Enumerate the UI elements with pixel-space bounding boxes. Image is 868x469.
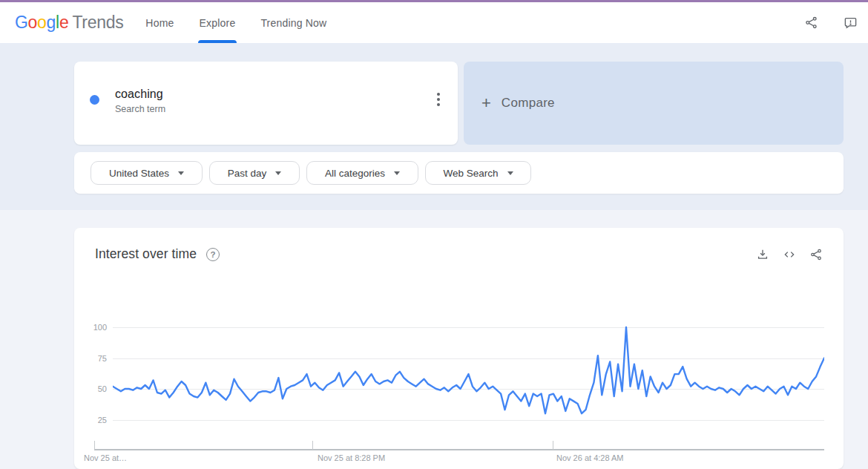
compare-label: Compare <box>502 96 555 111</box>
x-axis-line <box>94 449 824 450</box>
filter-label: Past day <box>228 168 267 179</box>
search-term-value: coaching <box>115 88 165 101</box>
logo-letter: o <box>28 13 38 32</box>
filter-label: All categories <box>325 168 385 179</box>
chart-title: Interest over time <box>95 246 197 262</box>
search-term-text: coaching Search term <box>115 88 165 114</box>
x-axis-tick <box>553 441 553 450</box>
tab-trending-now[interactable]: Trending Now <box>259 2 328 43</box>
logo-suffix: Trends <box>72 13 123 32</box>
tab-label: Home <box>145 17 174 29</box>
logo-letter: G <box>15 13 28 32</box>
tab-home[interactable]: Home <box>144 2 175 43</box>
chevron-down-icon <box>394 171 400 175</box>
y-axis-tick: 75 <box>86 354 107 363</box>
filter-search-type-dropdown[interactable]: Web Search <box>425 161 531 185</box>
trend-line-svg[interactable] <box>113 319 824 438</box>
google-trends-explore-page: GoogleTrends Home Explore Trending Now <box>0 0 868 469</box>
share-icon[interactable] <box>804 16 818 30</box>
chevron-down-icon <box>178 171 184 175</box>
filter-category-dropdown[interactable]: All categories <box>306 161 418 185</box>
main-nav: Home Explore Trending Now <box>144 2 328 43</box>
x-axis-label: Nov 25 at 8:28 PM <box>318 453 385 462</box>
chevron-down-icon <box>507 171 513 175</box>
google-trends-logo[interactable]: GoogleTrends <box>15 13 123 33</box>
chevron-down-icon <box>275 171 281 175</box>
x-axis-tick <box>312 441 313 450</box>
plus-icon: + <box>481 95 491 111</box>
kebab-menu-icon[interactable] <box>434 90 443 109</box>
tab-label: Trending Now <box>260 17 326 29</box>
embed-icon[interactable] <box>782 248 797 261</box>
y-axis-tick: 25 <box>86 416 107 424</box>
logo-letter: g <box>47 13 56 32</box>
tab-explore[interactable]: Explore <box>198 2 237 43</box>
search-term-type: Search term <box>115 104 165 114</box>
chart-actions <box>756 248 823 261</box>
compare-add-card[interactable]: + Compare <box>464 62 844 145</box>
search-term-card[interactable]: coaching Search term <box>74 62 458 145</box>
filter-time-range-dropdown[interactable]: Past day <box>209 161 300 185</box>
chart-card-header: Interest over time ? <box>95 246 823 262</box>
x-axis-label: Nov 25 at… <box>84 453 127 462</box>
filter-country-dropdown[interactable]: United States <box>91 161 203 185</box>
series-color-dot <box>90 95 99 105</box>
filter-bar: United States Past day All categories We… <box>74 152 844 194</box>
logo-letter: o <box>37 13 47 32</box>
y-axis-tick: 50 <box>86 384 107 393</box>
y-axis-tick: 100 <box>86 323 107 332</box>
x-axis-label: Nov 26 at 4:28 AM <box>556 453 624 462</box>
share-icon[interactable] <box>809 248 823 261</box>
help-icon[interactable]: ? <box>206 248 220 261</box>
tab-label: Explore <box>200 17 236 29</box>
filter-label: United States <box>109 168 169 179</box>
app-header: GoogleTrends Home Explore Trending Now <box>0 2 868 43</box>
x-axis-tick <box>94 441 95 450</box>
download-icon[interactable] <box>756 248 769 261</box>
header-actions <box>804 16 858 30</box>
interest-over-time-card: Interest over time ? <box>74 228 844 469</box>
feedback-icon[interactable] <box>844 16 858 30</box>
logo-letter: e <box>59 13 69 32</box>
filter-label: Web Search <box>443 168 498 179</box>
